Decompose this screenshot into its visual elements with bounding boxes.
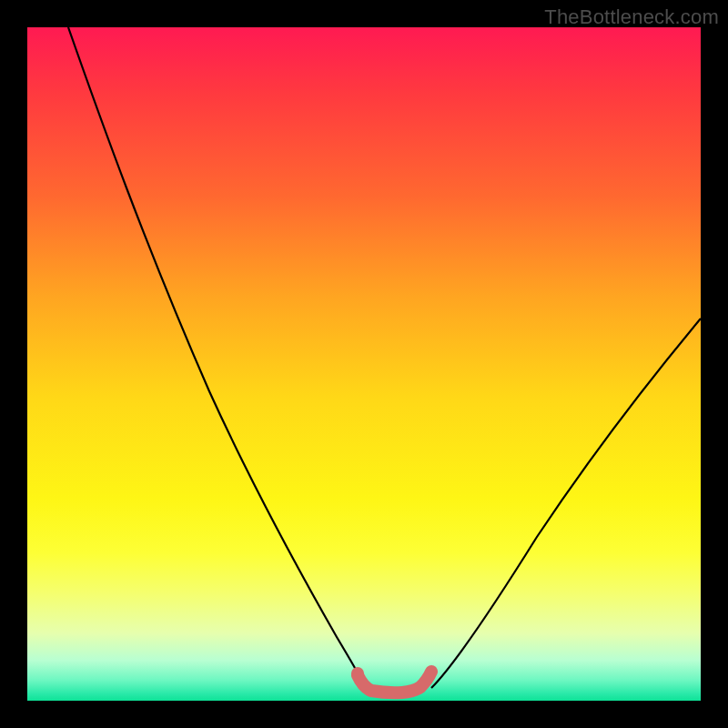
bottom-wiggle <box>358 672 431 693</box>
plot-svg <box>27 27 701 701</box>
watermark-text: TheBottleneck.com <box>544 5 719 29</box>
left-curve <box>68 27 366 688</box>
right-curve <box>431 318 701 688</box>
plot-frame <box>27 27 701 701</box>
